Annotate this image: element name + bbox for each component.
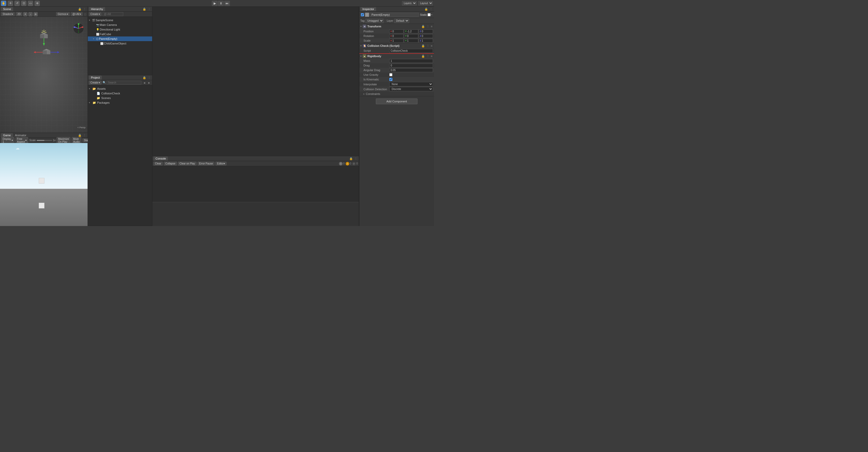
- script-dots-btn[interactable]: ⋮: [426, 44, 430, 48]
- hand-tool[interactable]: ✋: [1, 1, 6, 6]
- mute-audio[interactable]: Mute Audio: [71, 137, 82, 144]
- hierarchy-item-samplescene[interactable]: ▾ 🎬 SampleScene: [88, 18, 152, 23]
- scene-menu-btn[interactable]: ⋮: [83, 7, 87, 11]
- step-button[interactable]: ⏭: [224, 1, 230, 6]
- transform-tool[interactable]: ⊕: [35, 1, 40, 6]
- console-lock-btn[interactable]: 🔒: [349, 157, 353, 160]
- collision-check-header[interactable]: ▾ 📜 Collision Check (Script) 🔒 ⋮ ≡: [359, 43, 434, 48]
- layout-dropdown[interactable]: Layout: [418, 1, 433, 5]
- console-menu-btn[interactable]: ⋮: [354, 157, 358, 160]
- project-menu-btn[interactable]: ⋮: [147, 76, 151, 79]
- aspect-dropdown[interactable]: Free Aspect▾: [16, 137, 28, 144]
- console-editor-btn[interactable]: Editor▾: [215, 162, 226, 166]
- position-y-field[interactable]: Y -1.2: [404, 29, 418, 33]
- hierarchy-item-fallcube[interactable]: ▸ ⬜ FallCube: [88, 32, 152, 36]
- play-button[interactable]: ▶: [212, 1, 218, 6]
- scale-y-field[interactable]: Y 1: [404, 39, 418, 43]
- hierarchy-tab[interactable]: Hierarchy: [89, 7, 105, 11]
- hierarchy-item-parentempty[interactable]: ▾ ⬡ Parent(Empty): [88, 36, 152, 41]
- layers-dropdown[interactable]: Layers: [402, 1, 417, 5]
- hierarchy-lock-btn[interactable]: 🔒: [142, 7, 147, 11]
- console-collapse-btn[interactable]: Collapse: [164, 162, 177, 166]
- console-error-pause-btn[interactable]: Error Pause: [197, 162, 214, 166]
- inspector-tab[interactable]: Inspector: [361, 7, 376, 11]
- tag-select[interactable]: Untagged: [366, 19, 383, 23]
- project-item-assets[interactable]: ▾ 📂 Assets: [88, 86, 152, 91]
- object-active-checkbox[interactable]: [361, 13, 364, 16]
- project-create-btn[interactable]: Create▾: [89, 81, 101, 85]
- rotate-tool[interactable]: ↺: [14, 1, 20, 6]
- scene-tab[interactable]: Scene: [1, 7, 13, 11]
- hierarchy-item-maincamera[interactable]: ▸ 📷 Main Camera: [88, 23, 152, 27]
- shader-dropdown[interactable]: Shaded▾: [1, 12, 15, 16]
- game-tab[interactable]: Game: [1, 133, 13, 137]
- project-nav-back[interactable]: ◄: [142, 81, 146, 84]
- inspector-lock-btn[interactable]: 🔒: [424, 7, 429, 11]
- static-checkbox[interactable]: [428, 13, 431, 16]
- project-item-scenes[interactable]: ▸ 📁 Scenes: [88, 96, 152, 100]
- console-clear-btn[interactable]: Clear: [153, 162, 163, 166]
- game-lock-btn[interactable]: 🔒: [78, 134, 82, 137]
- transform-lock-btn[interactable]: 🔒: [421, 25, 426, 28]
- pause-button[interactable]: ⏸: [218, 1, 224, 6]
- hierarchy-item-childgameobject[interactable]: ▸ ⬜ ChildGameObject: [88, 41, 152, 46]
- object-name-field[interactable]: [370, 13, 419, 17]
- position-x-field[interactable]: X 0: [389, 29, 404, 33]
- transform-dots-btn[interactable]: ⋮: [426, 25, 430, 28]
- inspector-menu-btn[interactable]: ⋮: [429, 7, 433, 11]
- scale-x-field[interactable]: X 1: [389, 39, 404, 43]
- is-kinematic-checkbox[interactable]: [389, 78, 393, 81]
- rotation-x-field[interactable]: X 0: [389, 34, 404, 38]
- 2d-toggle[interactable]: 2D: [16, 12, 22, 16]
- hierarchy-create-btn[interactable]: Create▾: [89, 12, 101, 16]
- drag-field[interactable]: 0: [389, 64, 433, 67]
- hierarchy-item-directionallight[interactable]: ▸ 💡 Directional Light: [88, 27, 152, 32]
- move-tool[interactable]: ✛: [8, 1, 13, 6]
- scale-tool[interactable]: ⊡: [21, 1, 26, 6]
- hierarchy-search[interactable]: [102, 12, 123, 16]
- collision-detection-select[interactable]: Discrete Continuous Continuous Dynamic: [389, 87, 433, 91]
- effects-toggle[interactable]: ⊞: [34, 12, 38, 16]
- game-menu-btn[interactable]: ⋮: [83, 134, 87, 137]
- transform-header[interactable]: ▾ ⊕ Transform 🔒 ⋮ ≡: [359, 24, 434, 29]
- project-tab[interactable]: Project: [89, 76, 102, 80]
- static-dropdown-arrow[interactable]: ▾: [431, 13, 432, 16]
- rigidbody-dots-btn[interactable]: ⋮: [426, 55, 430, 58]
- constraints-row[interactable]: ▸ Constraints: [359, 91, 434, 96]
- scale-z-field[interactable]: Z 1: [419, 39, 433, 43]
- animator-tab[interactable]: Animator: [13, 133, 28, 137]
- add-component-button[interactable]: Add Component: [376, 98, 418, 104]
- rect-tool[interactable]: ▭: [28, 1, 33, 6]
- scene-maximize-btn[interactable]: □: [84, 13, 87, 16]
- project-search[interactable]: [107, 81, 141, 85]
- script-menu-btn[interactable]: ≡: [430, 44, 433, 47]
- interpolate-select[interactable]: None Interpolate Extrapolate: [389, 82, 433, 86]
- script-lock-btn[interactable]: 🔒: [421, 44, 426, 48]
- transform-menu-btn[interactable]: ≡: [430, 25, 433, 28]
- layer-select[interactable]: Default: [394, 19, 409, 23]
- hierarchy-menu-btn[interactable]: ⋮: [147, 7, 151, 11]
- rigidbody-lock-btn[interactable]: 🔒: [421, 55, 426, 58]
- project-item-collisioncheck[interactable]: ▸ 📄 CollisionCheck: [88, 91, 152, 96]
- lighting-toggle[interactable]: ☀: [23, 12, 27, 16]
- project-lock-btn[interactable]: 🔒: [142, 76, 147, 79]
- audio-toggle[interactable]: ♪: [28, 12, 33, 16]
- scale-slider[interactable]: [37, 140, 52, 141]
- rotation-z-field[interactable]: Z 0: [419, 34, 433, 38]
- angular-drag-field[interactable]: 0.05: [389, 68, 433, 72]
- display-dropdown[interactable]: Display 1▾: [1, 137, 14, 144]
- project-item-packages[interactable]: ▾ 📁 Packages: [88, 100, 152, 105]
- rigidbody-header[interactable]: ▾ ▲ Rigidbody 🔒 ⋮ ≡: [359, 53, 434, 58]
- use-gravity-checkbox[interactable]: [389, 73, 393, 76]
- console-tab[interactable]: Console: [153, 157, 168, 161]
- all-dropdown[interactable]: @+All▾: [71, 12, 83, 16]
- mass-field[interactable]: 1: [389, 59, 433, 63]
- project-nav-fwd[interactable]: ►: [147, 81, 151, 84]
- gizmos-dropdown[interactable]: Gizmos▾: [56, 12, 70, 16]
- rotation-y-field[interactable]: Y 0: [404, 34, 418, 38]
- position-z-field[interactable]: Z 0: [419, 29, 433, 33]
- rigidbody-menu-btn[interactable]: ≡: [430, 55, 433, 58]
- scene-lock-btn[interactable]: 🔒: [78, 7, 82, 11]
- console-clear-on-play-btn[interactable]: Clear on Play: [178, 162, 196, 166]
- maximize-on-play[interactable]: Maximize On Play: [57, 137, 70, 144]
